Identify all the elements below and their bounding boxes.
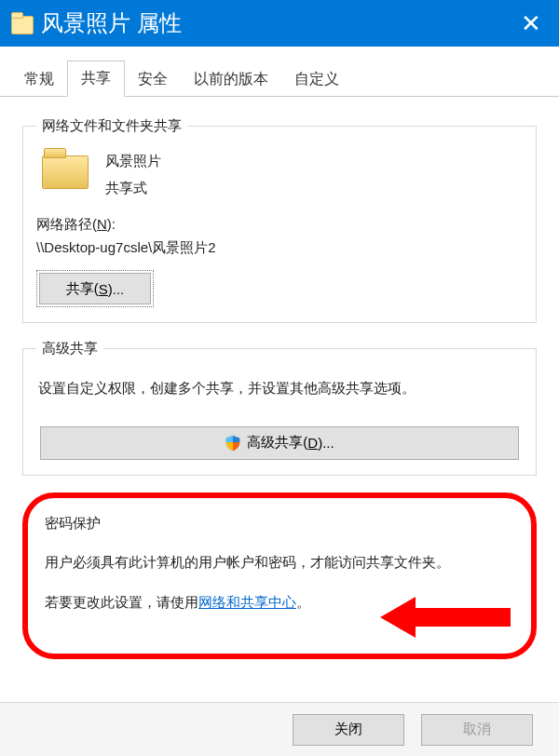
group-password-protection-highlight: 密码保护 用户必须具有此计算机的用户帐户和密码，才能访问共享文件夹。 若要更改此…	[22, 493, 537, 659]
tab-general[interactable]: 常规	[11, 62, 67, 97]
share-button[interactable]: 共享(S)...	[39, 273, 151, 304]
title-bar: 风景照片 属性 ✕	[0, 0, 559, 47]
close-button[interactable]: 关闭	[293, 714, 404, 746]
uac-shield-icon	[225, 435, 241, 452]
network-path-label: 网络路径(N):	[36, 216, 523, 234]
password-protection-line2: 若要更改此设置，请使用网络和共享中心。	[45, 589, 514, 614]
share-folder-name: 风景照片	[105, 148, 161, 175]
tab-content-sharing: 网络文件和文件夹共享 风景照片 共享式 网络路径(N): \\Desktop-u…	[0, 97, 559, 674]
tab-sharing[interactable]: 共享	[67, 61, 125, 97]
group-password-protection-legend: 密码保护	[45, 515, 514, 533]
folder-icon	[11, 13, 32, 34]
dialog-footer: 关闭 取消	[0, 702, 559, 756]
advanced-share-description: 设置自定义权限，创建多个共享，并设置其他高级共享选项。	[38, 376, 521, 400]
tab-customize[interactable]: 自定义	[281, 62, 352, 97]
group-network-share: 网络文件和文件夹共享 风景照片 共享式 网络路径(N): \\Desktop-u…	[22, 117, 537, 323]
tab-strip: 常规 共享 安全 以前的版本 自定义	[0, 47, 559, 97]
advanced-share-button[interactable]: 高级共享(D)...	[40, 426, 519, 460]
close-window-button[interactable]: ✕	[509, 0, 553, 47]
group-network-share-legend: 网络文件和文件夹共享	[36, 117, 187, 135]
network-path-value: \\Desktop-ug7csle\风景照片2	[36, 239, 523, 257]
password-protection-line1: 用户必须具有此计算机的用户帐户和密码，才能访问共享文件夹。	[45, 549, 514, 574]
share-folder-status: 共享式	[105, 175, 161, 202]
group-advanced-share: 高级共享 设置自定义权限，创建多个共享，并设置其他高级共享选项。 高级共享(D)…	[22, 340, 537, 476]
window-title: 风景照片 属性	[41, 8, 182, 38]
folder-large-icon	[42, 148, 87, 187]
group-advanced-share-legend: 高级共享	[36, 340, 103, 358]
tab-security[interactable]: 安全	[125, 62, 181, 97]
cancel-button[interactable]: 取消	[421, 714, 533, 746]
network-and-sharing-center-link[interactable]: 网络和共享中心	[198, 594, 296, 610]
tab-previous-versions[interactable]: 以前的版本	[181, 62, 281, 97]
